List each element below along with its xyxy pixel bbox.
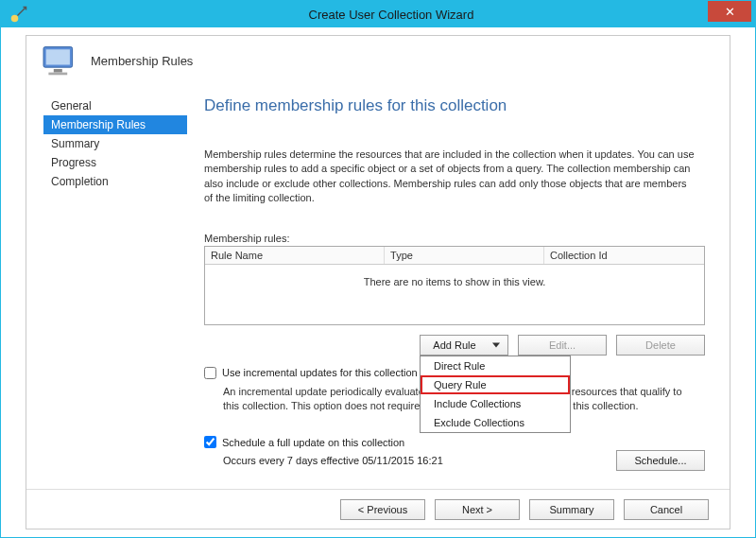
sidebar-item-completion[interactable]: Completion bbox=[43, 172, 187, 191]
main-pane: Define membership rules for this collect… bbox=[187, 93, 730, 489]
svg-rect-3 bbox=[54, 69, 62, 73]
col-type[interactable]: Type bbox=[385, 247, 544, 264]
summary-button[interactable]: Summary bbox=[529, 499, 614, 520]
full-update-label: Schedule a full update on this collectio… bbox=[222, 437, 404, 448]
add-rule-button[interactable]: Add Rule bbox=[420, 335, 508, 356]
wizard-footer: < Previous Next > Summary Cancel bbox=[26, 489, 730, 529]
col-rule-name[interactable]: Rule Name bbox=[205, 247, 385, 264]
table-empty-message: There are no items to show in this view. bbox=[205, 265, 704, 287]
previous-button[interactable]: < Previous bbox=[340, 499, 425, 520]
add-rule-wrapper: Add Rule Direct Rule Query Rule Include … bbox=[420, 335, 508, 356]
sidebar-item-progress[interactable]: Progress bbox=[43, 153, 187, 172]
titlebar: Create User Collection Wizard ✕ bbox=[1, 1, 755, 27]
table-header-row: Rule Name Type Collection Id bbox=[205, 247, 704, 265]
wizard-window: Create User Collection Wizard ✕ Membersh… bbox=[0, 0, 756, 538]
incremental-updates-label: Use incremental updates for this collect… bbox=[222, 367, 418, 378]
rules-label: Membership rules: bbox=[204, 233, 705, 244]
svg-rect-2 bbox=[46, 49, 70, 64]
rules-table[interactable]: Rule Name Type Collection Id There are n… bbox=[204, 246, 705, 325]
menu-item-include-collections[interactable]: Include Collections bbox=[421, 394, 570, 413]
menu-item-exclude-collections[interactable]: Exclude Collections bbox=[421, 413, 570, 432]
schedule-row: Occurs every 7 days effective 05/11/2015… bbox=[204, 450, 705, 471]
close-button[interactable]: ✕ bbox=[708, 1, 751, 22]
edit-button: Edit... bbox=[518, 335, 607, 356]
inner-panel: Membership Rules General Membership Rule… bbox=[26, 35, 730, 529]
full-update-row: Schedule a full update on this collectio… bbox=[204, 436, 705, 448]
schedule-button[interactable]: Schedule... bbox=[616, 450, 705, 471]
incremental-updates-checkbox[interactable] bbox=[204, 367, 216, 379]
sidebar-item-membership-rules[interactable]: Membership Rules bbox=[43, 115, 187, 134]
content-area: Membership Rules General Membership Rule… bbox=[1, 27, 755, 537]
rule-buttons-row: Add Rule Direct Rule Query Rule Include … bbox=[204, 335, 705, 356]
window-title: Create User Collection Wizard bbox=[27, 8, 755, 22]
page-title: Define membership rules for this collect… bbox=[204, 96, 705, 115]
schedule-occurs-text: Occurs every 7 days effective 05/11/2015… bbox=[223, 455, 443, 466]
close-icon: ✕ bbox=[725, 5, 735, 19]
cancel-button[interactable]: Cancel bbox=[624, 499, 709, 520]
sidebar-item-general[interactable]: General bbox=[43, 96, 187, 115]
wizard-icon bbox=[10, 6, 27, 23]
full-update-checkbox[interactable] bbox=[204, 436, 216, 448]
menu-item-direct-rule[interactable]: Direct Rule bbox=[421, 356, 570, 375]
panel-body: General Membership Rules Summary Progres… bbox=[26, 93, 730, 489]
wizard-steps-sidebar: General Membership Rules Summary Progres… bbox=[26, 93, 187, 489]
menu-item-query-rule[interactable]: Query Rule bbox=[421, 375, 570, 394]
panel-header-label: Membership Rules bbox=[91, 54, 193, 68]
sidebar-item-summary[interactable]: Summary bbox=[43, 134, 187, 153]
schedule-section: Schedule a full update on this collectio… bbox=[204, 436, 705, 471]
delete-button: Delete bbox=[616, 335, 705, 356]
col-collection-id[interactable]: Collection Id bbox=[544, 247, 704, 264]
panel-header: Membership Rules bbox=[26, 36, 730, 85]
next-button[interactable]: Next > bbox=[435, 499, 520, 520]
monitor-icon bbox=[40, 43, 81, 78]
page-description: Membership rules determine the resources… bbox=[204, 148, 696, 206]
add-rule-label: Add Rule bbox=[433, 339, 475, 351]
svg-point-0 bbox=[11, 15, 19, 23]
chevron-down-icon bbox=[492, 342, 500, 347]
svg-rect-4 bbox=[48, 73, 67, 76]
add-rule-menu: Direct Rule Query Rule Include Collectio… bbox=[420, 356, 571, 433]
